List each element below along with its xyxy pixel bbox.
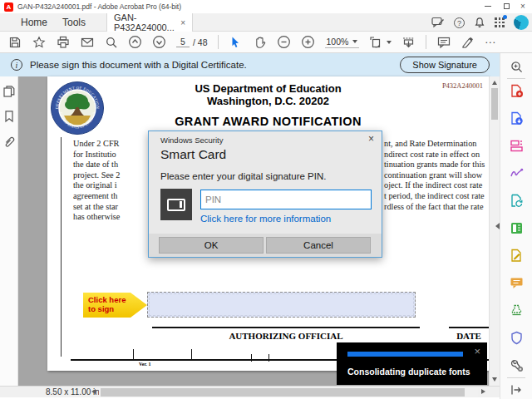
print-icon[interactable] [56, 35, 70, 49]
doc-title: GRANT AWARD NOTIFICATION [47, 115, 489, 128]
smart-card-icon [160, 189, 192, 220]
create-pdf-icon[interactable] [510, 84, 524, 98]
comment-icon[interactable] [510, 276, 524, 290]
tab-document[interactable]: GAN-P432A24000... × [106, 13, 193, 32]
fill-sign-icon[interactable] [510, 166, 524, 180]
expand-panel-icon[interactable] [510, 383, 524, 397]
ok-button[interactable]: OK [159, 237, 264, 254]
left-navigation-rail [0, 76, 18, 386]
save-icon[interactable] [7, 35, 22, 49]
vertical-scrollbar[interactable] [489, 76, 500, 386]
page-thumbnails-icon[interactable] [2, 85, 16, 98]
date-line [449, 327, 489, 328]
dialog-close-icon[interactable]: × [368, 133, 374, 145]
form-border-line [61, 137, 62, 357]
page-number-input[interactable]: 5 [176, 37, 190, 47]
dialog-heading: Smart Card [160, 147, 226, 162]
vertical-scroll-thumb[interactable] [491, 88, 498, 120]
scan-ocr-icon[interactable] [510, 221, 524, 235]
doc-text-line: nt, and Rate Determination [384, 139, 485, 150]
doc-header-line2: Washington, D.C. 20202 [47, 95, 489, 107]
notifications-bell-icon[interactable] [474, 17, 485, 29]
status-bar: 8.50 x 11.00 in [0, 386, 500, 397]
comment-tool-icon[interactable] [436, 35, 451, 49]
search-icon[interactable] [104, 35, 118, 49]
cancel-button[interactable]: Cancel [266, 237, 371, 254]
edit-pdf-icon[interactable] [510, 139, 524, 153]
export-pdf-icon[interactable] [510, 111, 524, 126]
select-tool-icon[interactable] [229, 35, 243, 49]
highlight-tool-icon[interactable] [461, 35, 475, 49]
doc-text-line: oject. If the indirect cost rate [384, 180, 485, 191]
tab-home[interactable]: Home [21, 13, 47, 32]
sign-tag-line1: Click here [88, 295, 147, 304]
click-here-to-sign-arrow[interactable]: Click here to sign [83, 293, 147, 318]
fit-width-icon[interactable] [401, 35, 416, 49]
acrobat-logo-icon: A [4, 2, 13, 12]
request-signatures-icon[interactable] [510, 249, 524, 263]
doc-text-line: the date of th [73, 160, 120, 170]
scroll-right-arrow[interactable] [481, 389, 485, 394]
attachments-icon[interactable] [2, 135, 16, 149]
notification-dot [503, 15, 507, 19]
help-icon[interactable]: ? [454, 17, 465, 28]
window-title: GAN-P432A240001.pdf - Adobe Acrobat Pro … [17, 2, 181, 11]
signature-field[interactable] [147, 292, 416, 318]
previous-page-icon[interactable] [128, 35, 142, 49]
app-header-icons: ? [431, 13, 529, 32]
pin-input[interactable] [200, 190, 372, 209]
zoom-out-icon[interactable] [277, 35, 291, 49]
stamp-icon[interactable] [510, 303, 524, 318]
toast-message: Consolidating duplicate fonts [347, 367, 470, 377]
doc-text-line: set at the star [73, 202, 120, 213]
tab-tools[interactable]: Tools [62, 13, 86, 32]
bookmarks-icon[interactable] [2, 110, 16, 123]
chevron-down-icon [352, 40, 357, 43]
doc-text-line: tinuation grants made for this [384, 160, 485, 170]
zoom-level-control[interactable]: 100% [325, 37, 360, 48]
minimize-button[interactable] [480, 0, 495, 12]
doc-body-left-column: Under 2 CFR for Institutio the date of t… [73, 139, 120, 223]
protect-icon[interactable] [510, 331, 524, 345]
more-tools-ellipsis[interactable]: ... [485, 37, 496, 48]
avatar[interactable] [514, 15, 529, 30]
restore-button[interactable] [499, 0, 514, 12]
form-cell-divider [191, 349, 192, 360]
tab-document-label: GAN-P432A24000... [114, 12, 175, 32]
tab-close-icon[interactable]: × [180, 18, 185, 27]
next-page-icon[interactable] [152, 35, 166, 49]
form-cell-divider [268, 354, 269, 362]
search-tools-icon[interactable] [510, 60, 524, 74]
doc-text-line: the original i [73, 180, 120, 191]
scroll-up-arrow[interactable] [492, 81, 497, 85]
doc-text-line: continuation grant will show [384, 170, 485, 181]
horizontal-scrollbar[interactable] [99, 388, 478, 397]
toast-close-icon[interactable]: × [474, 345, 480, 357]
version-label: Ver. 1 [139, 362, 151, 367]
feedback-icon[interactable] [431, 17, 445, 28]
app-grid-icon[interactable] [495, 17, 505, 27]
hand-tool-icon[interactable] [253, 35, 267, 49]
scroll-left-arrow[interactable] [91, 389, 96, 394]
zoom-in-icon[interactable] [301, 35, 315, 49]
toolbar-separator [426, 35, 426, 49]
form-cell-divider [251, 354, 252, 362]
star-icon[interactable] [32, 35, 46, 49]
email-icon[interactable] [80, 35, 94, 49]
collapse-panel-arrow[interactable] [495, 223, 500, 229]
scroll-down-arrow[interactable] [492, 377, 497, 382]
signature-line [152, 327, 420, 328]
progress-bar [347, 352, 463, 357]
show-signature-button[interactable]: Show Signature [400, 57, 490, 73]
date-label: DATE [449, 331, 489, 341]
page-fit-control[interactable] [369, 36, 392, 49]
close-button[interactable]: × [515, 0, 530, 12]
more-tools-icon[interactable] [510, 358, 524, 372]
main-toolbar: 5 / 48 100% ... [0, 32, 532, 53]
more-information-link[interactable]: Click here for more information [200, 214, 331, 224]
zoom-level-value: 100% [327, 37, 349, 47]
doc-text-line: agreement th [73, 191, 120, 202]
dialog-prompt: Please enter your digital signature PIN. [160, 171, 326, 181]
horizontal-scroll-thumb[interactable] [101, 388, 465, 397]
organize-pages-icon[interactable] [510, 194, 524, 208]
